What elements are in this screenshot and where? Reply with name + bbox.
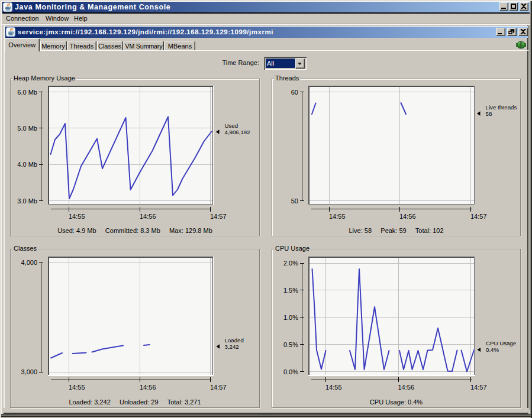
svg-text:14:55: 14:55 — [329, 213, 346, 220]
svg-text:14:56: 14:56 — [399, 213, 416, 220]
svg-text:14:55: 14:55 — [69, 384, 85, 391]
svg-text:4,906,192: 4,906,192 — [225, 129, 250, 135]
svg-text:0.5%: 0.5% — [283, 341, 298, 348]
svg-text:0.0%: 0.0% — [283, 368, 298, 375]
svg-text:3,000: 3,000 — [21, 368, 37, 375]
svg-text:4.0 Mb: 4.0 Mb — [17, 161, 37, 168]
svg-text:58: 58 — [486, 111, 492, 117]
svg-text:Used: Used — [225, 122, 238, 129]
svg-text:50: 50 — [291, 197, 298, 205]
svg-text:2.0%: 2.0% — [283, 260, 298, 267]
svg-text:1.0%: 1.0% — [283, 314, 298, 321]
svg-text:14:57: 14:57 — [470, 213, 487, 220]
svg-text:14:56: 14:56 — [140, 213, 156, 220]
svg-text:60: 60 — [291, 89, 298, 96]
svg-text:CPU Usage: CPU Usage — [486, 340, 516, 346]
svg-text:5.0 Mb: 5.0 Mb — [17, 125, 37, 132]
svg-text:14:57: 14:57 — [210, 213, 227, 220]
svg-text:4,000: 4,000 — [21, 259, 37, 266]
svg-text:3,242: 3,242 — [225, 344, 239, 350]
svg-text:0.4%: 0.4% — [486, 346, 499, 353]
svg-text:Live threads: Live threads — [486, 104, 517, 111]
svg-text:Loaded: Loaded — [225, 337, 244, 344]
svg-text:14:55: 14:55 — [325, 384, 342, 391]
svg-text:14:56: 14:56 — [140, 384, 156, 391]
svg-text:14:57: 14:57 — [470, 384, 487, 391]
svg-text:14:57: 14:57 — [210, 384, 227, 391]
svg-text:14:56: 14:56 — [398, 384, 415, 391]
svg-text:3.0 Mb: 3.0 Mb — [17, 197, 37, 205]
svg-text:14:55: 14:55 — [69, 213, 85, 220]
svg-text:1.5%: 1.5% — [283, 287, 298, 294]
svg-text:6.0 Mb: 6.0 Mb — [17, 89, 37, 96]
